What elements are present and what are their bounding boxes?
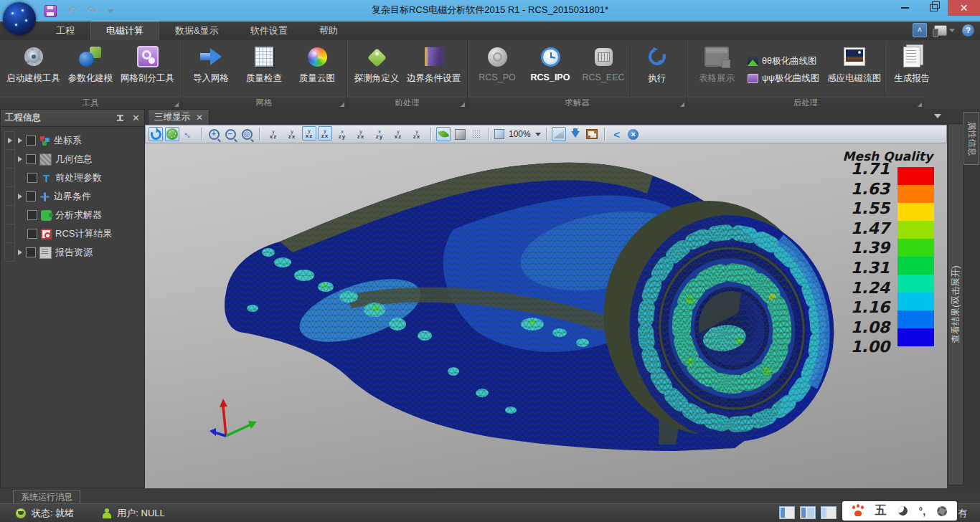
detection-angle-button[interactable]: 探测角定义 — [350, 42, 403, 97]
mesh-partition-tool-button[interactable]: 网格剖分工具 — [117, 42, 178, 97]
app-logo[interactable] — [3, 2, 36, 35]
theta-polarization-curve-button[interactable]: θθ极化曲线图 — [748, 55, 819, 67]
view-orientation-button[interactable]: yxz — [302, 126, 316, 141]
pin-icon[interactable] — [117, 115, 123, 121]
help-button[interactable]: ? — [962, 24, 974, 37]
ime-punctuation-button[interactable]: °, — [919, 506, 926, 517]
dialog-launcher-icon[interactable] — [918, 103, 922, 107]
tree-item-report-resources[interactable]: 报告资源 — [18, 243, 144, 262]
gutter-arrow-icon[interactable] — [8, 138, 12, 143]
zoom-level-combo[interactable]: 100% — [494, 127, 541, 141]
close-button[interactable]: ✕ — [948, 0, 980, 16]
restore-button[interactable] — [919, 0, 948, 16]
chevron-down-icon — [535, 133, 541, 136]
clear-view-button[interactable]: × — [626, 127, 641, 141]
tree-item-geometry-info[interactable]: 几何信息 — [18, 150, 144, 169]
tab-3d-display[interactable]: 三维显示 ✕ — [148, 109, 209, 125]
expander-icon[interactable] — [18, 194, 22, 199]
view-orientation-button[interactable]: yzx — [352, 126, 369, 142]
layout-bottom-button[interactable] — [821, 506, 837, 519]
shaded-view-button[interactable] — [453, 127, 467, 141]
3d-canvas[interactable]: Mesh Quality 1.711.631.551.471.391.311.2… — [145, 143, 947, 488]
rotate-view-button[interactable] — [149, 127, 163, 141]
checkbox[interactable] — [27, 229, 37, 239]
user-label: 用户: — [117, 508, 138, 518]
ime-paw-icon[interactable] — [852, 506, 864, 516]
dialog-launcher-icon[interactable] — [680, 103, 684, 107]
dialog-launcher-icon[interactable] — [174, 103, 179, 107]
orbit-button[interactable] — [165, 127, 179, 141]
tab-software-settings[interactable]: 软件设置 — [235, 22, 303, 40]
collapse-ribbon-button[interactable]: ˄ — [913, 23, 927, 37]
quality-check-button[interactable]: 质量检查 — [237, 42, 291, 97]
tab-help[interactable]: 帮助 — [303, 22, 354, 40]
close-panel-icon[interactable]: ✕ — [132, 113, 140, 123]
psi-polarization-curve-button[interactable]: ψψ极化曲线图 — [748, 72, 819, 85]
layout-split-button[interactable] — [800, 506, 816, 519]
tree-item-label: 几何信息 — [55, 153, 93, 166]
tree-item-analysis-solver[interactable]: 分析求解器 — [18, 206, 144, 224]
properties-panel-tab[interactable]: 属性信息 — [963, 112, 979, 165]
tree-item-rcs-results[interactable]: RCS计算结果 — [18, 224, 144, 243]
execute-button[interactable]: 执行 — [630, 42, 684, 97]
expander-icon[interactable] — [18, 138, 22, 143]
generate-report-button[interactable]: 生成报告 — [885, 42, 938, 97]
minimize-button[interactable] — [890, 0, 919, 16]
zoom-fit-button[interactable]: ◎ — [240, 127, 254, 141]
quality-cloud-map-button[interactable]: 质量云图 — [291, 42, 344, 97]
import-view-button[interactable] — [568, 127, 583, 141]
table-icon — [705, 47, 729, 67]
start-modeling-tool-button[interactable]: 启动建模工具 — [3, 42, 64, 97]
share-view-button[interactable]: < — [610, 127, 624, 141]
checkbox[interactable] — [27, 173, 37, 183]
view-orientation-button[interactable]: xzy — [334, 126, 351, 142]
checkbox[interactable] — [26, 191, 36, 201]
button-label: RCS_EEC — [582, 72, 624, 82]
points-view-button[interactable] — [469, 127, 484, 141]
induced-current-map-button[interactable]: 感应电磁流图 — [824, 42, 885, 97]
view-orientation-button[interactable]: yzx — [318, 126, 332, 141]
view-orientation-button[interactable]: yxz — [265, 126, 282, 142]
tab-em-computation[interactable]: 电磁计算 — [90, 22, 159, 40]
tree-item-boundary-conditions[interactable]: 边界条件 — [18, 187, 144, 206]
pan-zoom-button[interactable]: ↔ — [182, 127, 196, 141]
zoom-in-button[interactable]: + — [207, 127, 221, 141]
zoom-level-value: 100% — [509, 129, 531, 139]
tree-item-coordinate-system[interactable]: 坐标系 — [18, 131, 144, 150]
checkbox[interactable] — [26, 136, 36, 146]
window-copy-button[interactable] — [585, 127, 599, 141]
dialog-launcher-icon[interactable] — [461, 103, 465, 107]
tree-item-preprocess-params[interactable]: 前处理参数 — [18, 169, 144, 187]
checkbox[interactable] — [26, 154, 36, 164]
view-orientation-button[interactable]: yzx — [283, 126, 301, 142]
rcs-po-button: RCS_PO — [471, 42, 524, 97]
tab-data-display[interactable]: 数据&显示 — [159, 22, 235, 40]
zoom-out-button[interactable]: − — [223, 127, 237, 141]
dialog-launcher-icon[interactable] — [340, 103, 344, 107]
boundary-condition-settings-button[interactable]: 边界条件设置 — [403, 42, 464, 97]
ime-settings-icon[interactable] — [937, 506, 947, 516]
checkbox[interactable] — [26, 247, 36, 257]
view-orientation-button[interactable]: xzy — [371, 126, 388, 142]
checkbox[interactable] — [27, 210, 37, 220]
expander-icon[interactable] — [18, 156, 22, 162]
tab-project[interactable]: 工程 — [40, 22, 90, 40]
mesh-display-button[interactable] — [552, 127, 566, 141]
expander-icon[interactable] — [18, 250, 22, 255]
ime-mode-button[interactable]: 五 — [875, 503, 887, 518]
import-mesh-button[interactable]: 导入网格 — [184, 42, 237, 97]
display-style-button[interactable] — [934, 25, 955, 36]
ime-moon-icon[interactable] — [898, 506, 908, 516]
sphere-icon — [488, 47, 507, 67]
results-panel-collapsed[interactable]: 查看结果(双击展开) — [948, 123, 963, 485]
rcs-ipo-button[interactable]: RCS_IPO — [524, 42, 577, 97]
close-tab-icon[interactable]: ✕ — [196, 113, 203, 122]
system-message-tab[interactable]: 系统运行消息 — [13, 490, 80, 504]
parametric-modeling-button[interactable]: 参数化建模 — [64, 42, 117, 97]
view-orientation-button[interactable]: yzx — [408, 126, 425, 142]
tab-list-dropdown-icon[interactable] — [934, 114, 941, 118]
layout-left-button[interactable] — [779, 506, 795, 519]
legend-value: 1.24 — [851, 279, 890, 297]
smooth-shading-button[interactable] — [436, 127, 451, 141]
view-orientation-button[interactable]: yxz — [390, 126, 407, 142]
